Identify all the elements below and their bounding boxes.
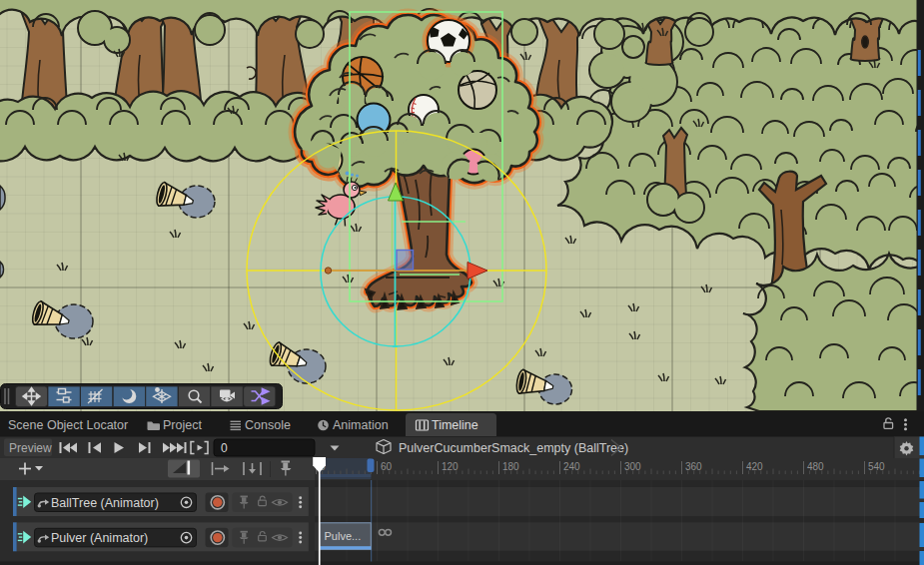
svg-text:60: 60: [381, 461, 393, 472]
svg-text:Pulver (Animator): Pulver (Animator): [51, 531, 148, 545]
svg-text:0: 0: [221, 441, 228, 455]
svg-text:Console: Console: [245, 418, 291, 432]
svg-text:480: 480: [807, 461, 824, 472]
svg-text:Project: Project: [163, 418, 202, 432]
svg-text:Preview: Preview: [9, 441, 52, 455]
svg-text:120: 120: [442, 461, 459, 472]
svg-text:Pulve...: Pulve...: [325, 530, 362, 542]
svg-text:360: 360: [685, 461, 702, 472]
svg-text:Animation: Animation: [333, 418, 389, 432]
svg-text:PulverCucumberSmack_empty (Bal: PulverCucumberSmack_empty (BallTree): [399, 441, 628, 455]
svg-text:300: 300: [624, 461, 641, 472]
svg-text:Timeline: Timeline: [432, 418, 478, 432]
svg-text:420: 420: [746, 461, 763, 472]
svg-text:Scene Object Locator: Scene Object Locator: [8, 418, 128, 432]
svg-text:BallTree (Animator): BallTree (Animator): [51, 496, 159, 510]
svg-text:540: 540: [868, 461, 885, 472]
svg-text:180: 180: [502, 461, 519, 472]
svg-text:240: 240: [563, 461, 580, 472]
